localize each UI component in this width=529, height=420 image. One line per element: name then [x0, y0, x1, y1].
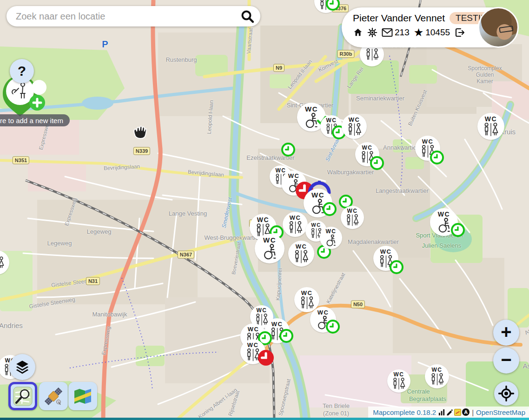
wc-label: WC	[326, 229, 337, 234]
wc-label: WC	[422, 138, 434, 144]
search-icon[interactable]	[240, 9, 255, 24]
male-female-icon	[344, 214, 361, 227]
wc-label: WC	[349, 117, 360, 123]
male-female-icon	[390, 377, 407, 390]
messages-icon[interactable]	[382, 28, 393, 37]
wc-label: WC	[257, 217, 269, 223]
wc-label: WC	[305, 105, 318, 112]
wc-label: WC	[301, 290, 313, 296]
male-female-icon	[364, 48, 381, 61]
male-female-icon	[0, 256, 6, 269]
geolocate-icon	[498, 385, 515, 402]
wc-label: WC	[290, 215, 301, 221]
wc-label: WC	[311, 191, 324, 198]
search-input[interactable]	[15, 11, 240, 22]
male-female-icon	[481, 122, 501, 137]
toilet-marker[interactable]: WC	[477, 113, 504, 140]
wc-label: WC	[326, 118, 337, 123]
open-clock-badge	[390, 260, 403, 274]
wheelchair-icon	[324, 234, 337, 247]
home-icon[interactable]	[353, 27, 363, 38]
help-button[interactable]: ?	[10, 59, 34, 83]
wc-label: WC	[347, 208, 358, 214]
zoom-in-button[interactable]: +	[493, 320, 519, 346]
toilet-marker[interactable]: WC	[288, 241, 314, 267]
open-clock-badge	[326, 320, 340, 334]
open-clock-badge	[323, 202, 337, 216]
wc-label: WC	[257, 308, 267, 313]
osm-layer-icon	[13, 386, 33, 407]
changesets-count: 10455	[425, 27, 450, 38]
map-viewport: Brugge-Sint-PietersRustenburgSportcomple…	[0, 0, 529, 420]
attribution-app-link[interactable]: Mapcomplete 0.18.2	[373, 408, 436, 416]
open-clock-badge	[430, 151, 444, 164]
closed-clock-badge	[258, 350, 274, 366]
open-clock-badge	[370, 156, 384, 170]
toilet-marker[interactable]: WC	[283, 212, 308, 237]
toilet-marker[interactable]: WC	[341, 206, 364, 229]
background-osm-button[interactable]	[8, 382, 37, 410]
wc-label: WC	[296, 243, 307, 249]
wc-label: WC	[247, 342, 259, 348]
stats-icon[interactable]	[438, 409, 445, 416]
wc-label: WC	[438, 211, 450, 217]
wc-label: WC	[271, 321, 283, 327]
wc-label: WC	[432, 367, 443, 373]
bottom-accent-bar	[0, 418, 529, 420]
open-clock-badge	[279, 329, 293, 343]
male-female-icon	[298, 296, 316, 310]
male-female-icon	[429, 373, 446, 386]
account-icon[interactable]: A	[462, 408, 469, 416]
osm-attribution-link[interactable]: OpenStreetMap	[476, 408, 525, 416]
wc-label: WC	[263, 236, 276, 243]
wc-label: WC	[362, 145, 373, 151]
wheelchair-icon	[436, 217, 452, 234]
user-name[interactable]: Pieter Vander Vennet	[353, 13, 445, 24]
wc-label: WC	[288, 173, 300, 179]
open-clock-badge	[451, 223, 465, 237]
help-label: ?	[18, 63, 26, 79]
map-markers-layer: WCWCWCWCWCWCWCWCWCWCWCWCWCWCWCWCWCWCWCWC…	[0, 0, 529, 420]
edit-pencil-icon[interactable]	[446, 409, 453, 416]
wc-label: WC	[311, 223, 321, 228]
wc-label: WC	[248, 326, 259, 332]
background-map-button[interactable]	[68, 382, 97, 410]
layers-icon	[15, 360, 30, 374]
satellite-layer-icon	[43, 386, 64, 407]
toilet-marker[interactable]	[0, 250, 9, 275]
theme-icon[interactable]	[454, 409, 461, 416]
toilet-marker[interactable]: WC	[387, 369, 410, 393]
wc-label: WC	[485, 116, 497, 122]
open-clock-badge	[326, 0, 340, 11]
male-female-icon	[345, 123, 364, 137]
toilet-marker[interactable]: WC	[255, 234, 284, 263]
messages-count: 213	[395, 27, 410, 38]
zoom-out-button[interactable]: −	[493, 348, 519, 374]
male-female-icon	[292, 249, 311, 264]
background-satellite-button[interactable]	[39, 382, 68, 410]
settings-gear-icon[interactable]	[367, 27, 377, 38]
search-bar	[7, 6, 260, 26]
map-layer-icon	[73, 386, 93, 407]
wc-label: WC	[317, 309, 329, 315]
wc-label: WC	[380, 249, 392, 255]
toilet-marker[interactable]: WC	[342, 114, 367, 139]
attribution-divider: |	[472, 408, 474, 416]
plus-icon: +	[501, 322, 511, 341]
open-clock-badge	[281, 143, 295, 157]
wc-label: WC	[276, 168, 286, 173]
wc-label: WC	[394, 372, 404, 377]
wheelchair-icon	[261, 243, 278, 261]
attribution-bar: Mapcomplete 0.18.2 A | OpenStreetMap	[368, 407, 529, 418]
user-avatar[interactable]	[478, 7, 519, 48]
logout-icon[interactable]	[454, 27, 465, 38]
male-female-icon	[286, 221, 304, 235]
toilet-marker[interactable]: WC	[425, 364, 449, 388]
minus-icon: −	[501, 350, 511, 369]
star-icon: ★	[414, 27, 424, 38]
layers-button[interactable]	[9, 354, 35, 380]
geolocate-button[interactable]	[494, 381, 518, 406]
toilet-marker[interactable]: WC	[320, 227, 342, 249]
add-item-tooltip: re to add a new item	[0, 114, 70, 126]
